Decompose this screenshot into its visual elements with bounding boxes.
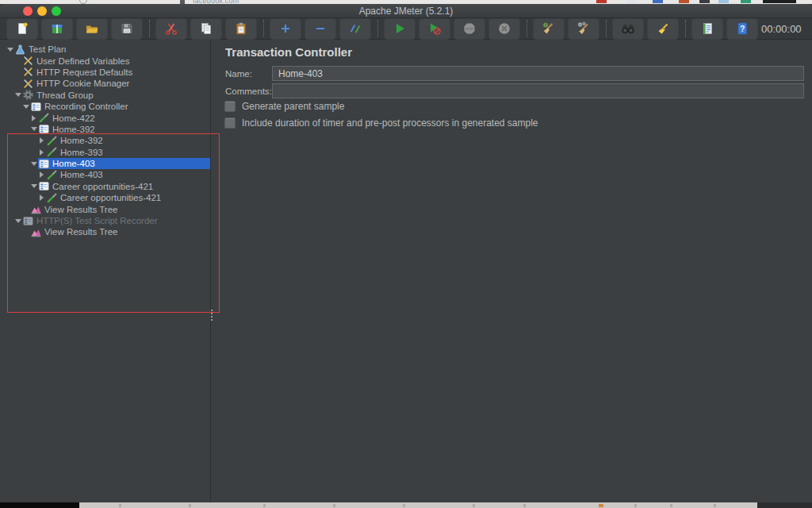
tree-item-home-393[interactable]: Home-393 [0, 147, 210, 158]
collapse-arrow-icon[interactable] [29, 127, 38, 131]
collapse-arrow-icon[interactable] [13, 219, 22, 223]
clear-all-button[interactable] [568, 18, 599, 40]
tree-item-recording-controller[interactable]: Recording Controller [0, 101, 210, 112]
controller-icon [23, 216, 33, 226]
tree-item-body: Home-392 [38, 124, 210, 135]
tree-item-thread-group[interactable]: Thread Group [0, 90, 210, 101]
tree-item-label: HTTP Cookie Manager [36, 79, 129, 88]
tree-item-home-422[interactable]: Home-422 [0, 112, 210, 123]
remove-button[interactable] [304, 18, 336, 40]
name-input[interactable] [272, 66, 804, 81]
clear-button[interactable] [533, 18, 565, 40]
open-folder-icon [85, 21, 99, 36]
help-button[interactable]: ? [726, 18, 758, 40]
tree-item-career-opportunities-421[interactable]: Career opportunities-421 [0, 192, 210, 203]
expand-arrow-icon[interactable] [37, 149, 46, 156]
start-no-timers-button[interactable] [419, 18, 450, 40]
collapse-arrow-icon[interactable] [29, 184, 38, 188]
toggle-button[interactable] [339, 18, 371, 40]
collapse-arrow-icon[interactable] [29, 162, 38, 166]
expand-arrow-icon[interactable] [37, 137, 46, 144]
new-button[interactable] [6, 18, 38, 40]
tree-item-home-403[interactable]: Home-403 [0, 158, 210, 169]
generate-parent-sample-label: Generate parent sample [242, 101, 344, 112]
stop-button[interactable]: STOP [454, 18, 485, 40]
copy-icon [199, 21, 213, 36]
start-icon [393, 21, 407, 36]
new-file-icon [15, 21, 29, 36]
clear-search-button[interactable] [647, 18, 679, 40]
clear-search-broom-icon [656, 21, 670, 36]
include-duration-checkbox[interactable] [224, 117, 236, 129]
collapse-arrow-icon[interactable] [21, 105, 30, 109]
expand-arrow-icon[interactable] [37, 171, 46, 178]
add-button[interactable] [270, 18, 301, 40]
sampler-pipette-icon [47, 147, 57, 157]
divider-resize-grip[interactable] [210, 310, 213, 322]
cut-button[interactable] [155, 18, 187, 40]
controller-icon [31, 102, 41, 112]
paste-icon [234, 21, 248, 36]
function-helper-icon [700, 21, 714, 36]
toggle-icon [348, 21, 362, 36]
templates-button[interactable] [41, 18, 73, 40]
controller-icon [39, 124, 49, 134]
toolbar-buttons: STOP? [6, 18, 761, 40]
tree-item-body: Home-403 [46, 169, 210, 180]
screen: facebook.com Apache JMeter (5.2.1) STOP?… [0, 0, 812, 508]
include-duration-row: Include duration of timer and pre-post p… [224, 117, 538, 129]
expand-arrow-icon[interactable] [37, 194, 46, 201]
tree-item-view-results-tree[interactable]: View Results Tree [0, 203, 210, 214]
tree-item-http-cookie-manager[interactable]: HTTP Cookie Manager [0, 78, 210, 89]
collapse-arrow-icon[interactable] [13, 93, 22, 97]
window-title: Apache JMeter (5.2.1) [0, 6, 812, 17]
save-button[interactable] [111, 18, 143, 40]
svg-text:STOP: STOP [465, 28, 473, 31]
tree-item-http-request-defaults[interactable]: HTTP Request Defaults [0, 67, 210, 78]
help-icon: ? [735, 21, 749, 36]
gear-icon [23, 90, 33, 100]
shutdown-button[interactable] [488, 18, 520, 40]
tree-item-http-s-test-script-recorder[interactable]: HTTP(S) Test Script Recorder [0, 215, 210, 226]
start-button[interactable] [384, 18, 416, 40]
controller-icon [39, 159, 49, 169]
generate-parent-sample-checkbox[interactable] [224, 101, 236, 112]
tree-item-home-392[interactable]: Home-392 [0, 135, 210, 146]
tree-item-user-defined-variables[interactable]: User Defined Variables [0, 55, 210, 66]
generate-parent-sample-row: Generate parent sample [224, 101, 344, 112]
collapse-arrow-icon[interactable] [6, 48, 14, 52]
stop-icon: STOP [462, 21, 477, 36]
search-button[interactable] [612, 18, 644, 40]
comments-label: Comments: [225, 87, 272, 96]
tree-item-label: Recording Controller [44, 102, 128, 111]
tree-item-home-403[interactable]: Home-403 [0, 169, 210, 180]
clear-broom-icon [542, 21, 556, 36]
copy-button[interactable] [190, 18, 222, 40]
tree-item-body: Recording Controller [30, 101, 210, 112]
tree-item-body: View Results Tree [30, 226, 210, 237]
open-button[interactable] [76, 18, 108, 40]
comments-input[interactable] [272, 83, 804, 98]
paste-button[interactable] [225, 18, 257, 40]
element-editor-panel: Transaction Controller Name: Comments: G… [212, 40, 812, 502]
tree-item-body: User Defined Variables [22, 55, 210, 66]
tree-item-home-392[interactable]: Home-392 [0, 124, 210, 135]
results-tree-icon [31, 227, 41, 237]
config-wrench-icon [23, 67, 33, 77]
expand-arrow-icon[interactable] [29, 115, 38, 121]
tree-item-body: Thread Group [22, 90, 210, 101]
controller-icon [39, 181, 49, 191]
jmeter-window: Apache JMeter (5.2.1) STOP? 00:00:00 4 0… [0, 4, 812, 502]
toolbar-separator [606, 20, 607, 37]
window-titlebar: Apache JMeter (5.2.1) [0, 4, 812, 18]
function-helper-button[interactable] [691, 18, 723, 40]
sampler-pipette-icon [47, 136, 57, 146]
toolbar-separator [377, 20, 378, 37]
tree-item-label: HTTP(S) Test Script Recorder [36, 216, 158, 225]
tree-item-label: Home-393 [60, 148, 103, 157]
tree-item-label: Home-392 [60, 136, 103, 145]
tree-item-career-opportunities-421[interactable]: Career opportunities-421 [0, 181, 210, 192]
shutdown-icon [497, 21, 511, 36]
tree-item-test-plan[interactable]: Test Plan [0, 44, 210, 55]
tree-item-view-results-tree[interactable]: View Results Tree [0, 226, 210, 237]
